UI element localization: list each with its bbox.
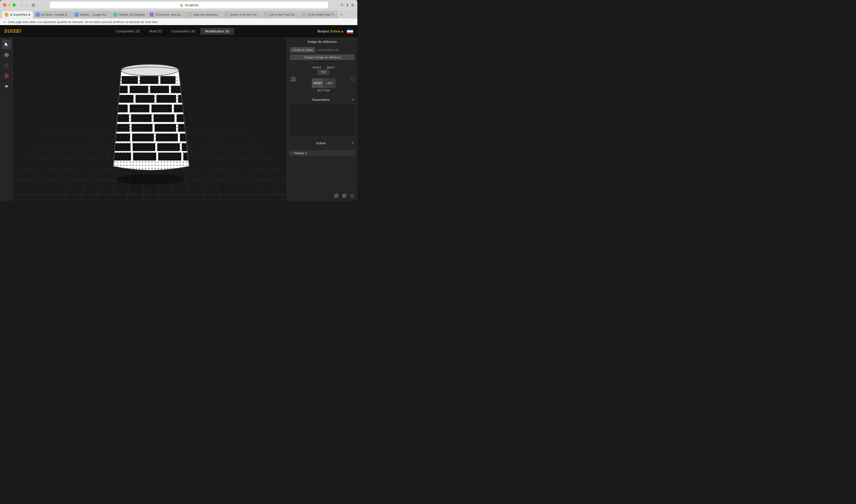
- browser-window: ‹ › ⊞ 🔒 localhost ↻ ⬆ ⊞ S★ SuiseiPark ★G…: [0, 0, 357, 201]
- choose-file-button[interactable]: Choisir le fichier: [290, 47, 315, 53]
- nav-modelisation-3d[interactable]: Modélisation 3D: [200, 28, 234, 35]
- scene-copy-button[interactable]: [341, 193, 347, 199]
- tab-list-star-trek[interactable]: WList of Star Trek: De...: [261, 11, 299, 18]
- cube-visual[interactable]: TOP FRONT LEFT: [312, 70, 335, 88]
- scene-footer: [287, 191, 357, 201]
- app-content: SUISEI Composition 2D Motif 2D Compositi…: [0, 25, 357, 201]
- nav-composition-2d[interactable]: Composition 2D: [111, 28, 145, 35]
- close-button[interactable]: [3, 3, 6, 6]
- forward-nav-button[interactable]: ›: [24, 2, 28, 7]
- reference-image-section: Image de référence Choisir le fichier au…: [287, 38, 357, 63]
- svg-rect-57: [336, 194, 338, 197]
- copy-icon: [342, 194, 346, 198]
- tab-label: List of Star Trek: De...: [269, 13, 297, 16]
- tab-webgl-google[interactable]: WWebGL - Google Do...: [72, 11, 111, 18]
- load-reference-button[interactable]: Charger l'image de référence: [290, 55, 354, 60]
- viewport-3d[interactable]: [13, 38, 287, 201]
- add-tab-button[interactable]: +: [338, 11, 345, 18]
- rotate-tool-button[interactable]: [2, 71, 11, 80]
- reference-image-body: Choisir le fichier aucun fichier sél. Ch…: [287, 46, 357, 63]
- reload-button[interactable]: ↻: [340, 3, 344, 7]
- cube-right-label[interactable]: RIGHT: [313, 66, 321, 69]
- tab-favicon: W: [75, 13, 78, 16]
- cube-settings-icon[interactable]: ⬡: [351, 77, 354, 82]
- tab-favicon: A: [113, 13, 117, 16]
- traffic-lights: [3, 3, 16, 6]
- app-header: SUISEI Composition 2D Motif 2D Compositi…: [0, 25, 357, 38]
- scene-delete-button[interactable]: [349, 193, 355, 199]
- cube-top-face[interactable]: TOP: [318, 70, 329, 75]
- cube-bottom-label[interactable]: BOTTOM: [318, 89, 330, 92]
- username: Suisei: [330, 29, 340, 33]
- tab-favicon: G: [36, 13, 39, 16]
- nav-motif-2d[interactable]: Motif 2D: [145, 28, 167, 35]
- 3d-object-svg: [100, 54, 199, 184]
- cube-left-face[interactable]: LEFT: [324, 78, 335, 88]
- back-nav-button[interactable]: ‹: [20, 2, 23, 7]
- scene-duplicate-button[interactable]: [333, 193, 339, 199]
- sidebar-toggle-button[interactable]: ⊞: [32, 3, 35, 7]
- nav-buttons: ‹ ›: [20, 2, 28, 7]
- address-bar[interactable]: 🔒 localhost: [50, 2, 328, 8]
- language-flag[interactable]: [347, 29, 353, 34]
- select-tool-button[interactable]: [2, 40, 11, 49]
- tab-label: ★ SuiseiPark ★: [10, 13, 31, 16]
- workspace: Image de référence Choisir le fichier au…: [0, 38, 357, 201]
- maximize-button[interactable]: [13, 3, 16, 6]
- svg-point-7: [6, 86, 7, 87]
- new-tab-button[interactable]: ⊞: [351, 3, 354, 7]
- reference-image-title: Image de référence: [290, 40, 354, 44]
- play-icon[interactable]: ▶: [342, 30, 344, 33]
- info-bar-text: Cette page web utilise une importante qu…: [8, 20, 158, 23]
- toolbar-right: ↻ ⬆ ⊞: [340, 3, 354, 7]
- tab-favicon: W: [264, 13, 268, 16]
- cube-back-label[interactable]: BACK: [327, 66, 335, 69]
- right-panel: Image de référence Choisir le fichier au…: [287, 38, 357, 201]
- tab-label: Saison 4 de Star Tre...: [230, 13, 259, 16]
- tab-label: WebGL - Google Do...: [80, 13, 108, 16]
- move-tool-button[interactable]: [2, 61, 11, 70]
- parametres-add-button[interactable]: +: [351, 97, 354, 103]
- header-right: Bonjour Suisei ▶: [318, 29, 353, 34]
- cube-navigator: RIGHT BACK TOP FRONT LEFT BOTTOM: [299, 66, 348, 92]
- app-logo: SUISEI: [4, 29, 21, 34]
- tab-liste-episodes[interactable]: WListe des épisodes...: [186, 11, 222, 18]
- address-text: localhost: [185, 3, 198, 7]
- scene-header: Scène +: [287, 138, 357, 148]
- tab-to-the-death[interactable]: WTo the Death (Star T...: [299, 11, 338, 18]
- parametres-title: Paramètres: [290, 98, 351, 102]
- scene-item-icon: ✕: [291, 152, 293, 155]
- tab-webgl-cel[interactable]: AWebGL Cel Shading: [111, 11, 147, 18]
- nav-composition-3d[interactable]: Composition 3D: [167, 28, 200, 35]
- tab-favicon: S: [5, 13, 8, 16]
- scene-add-button[interactable]: +: [351, 140, 354, 146]
- left-sidebar: [0, 38, 13, 201]
- cursor-icon: [4, 42, 9, 47]
- tab-label: My Drive - Google D...: [41, 13, 70, 16]
- rotate-icon: [4, 73, 9, 78]
- minimize-button[interactable]: [8, 3, 11, 6]
- cube-front-face[interactable]: FRONT: [312, 78, 324, 88]
- tab-svground[interactable]: SSVGround : tout sur...: [147, 11, 186, 18]
- tab-favicon: W: [302, 13, 306, 16]
- svg-rect-60: [351, 195, 353, 197]
- share-button[interactable]: ⬆: [346, 3, 349, 7]
- layer-tool-button[interactable]: [2, 82, 11, 91]
- orbit-tool-button[interactable]: [2, 50, 11, 59]
- svg-rect-46: [113, 75, 189, 172]
- info-bar-icon: ✕: [3, 20, 6, 24]
- reference-image-header: Image de référence: [287, 38, 357, 46]
- ref-image-controls: Choisir le fichier aucun fichier sél.: [290, 47, 354, 53]
- scene-body: ✕ Niveau 1: [287, 148, 357, 191]
- tab-suiseipark[interactable]: S★ SuiseiPark ★: [2, 11, 33, 18]
- scene-item-niveau1[interactable]: ✕ Niveau 1: [289, 150, 355, 156]
- svg-point-10: [121, 64, 179, 76]
- duplicate-icon: [334, 194, 338, 198]
- layer-icon: [4, 84, 9, 89]
- tab-google-drive[interactable]: GMy Drive - Google D...: [33, 11, 72, 18]
- tab-favicon: S: [150, 13, 154, 16]
- info-bar: ✕ Cette page web utilise une importante …: [0, 18, 357, 25]
- no-file-label: aucun fichier sél.: [317, 48, 339, 52]
- tab-saison4[interactable]: WSaison 4 de Star Tre...: [222, 11, 261, 18]
- svg-point-8: [116, 174, 184, 184]
